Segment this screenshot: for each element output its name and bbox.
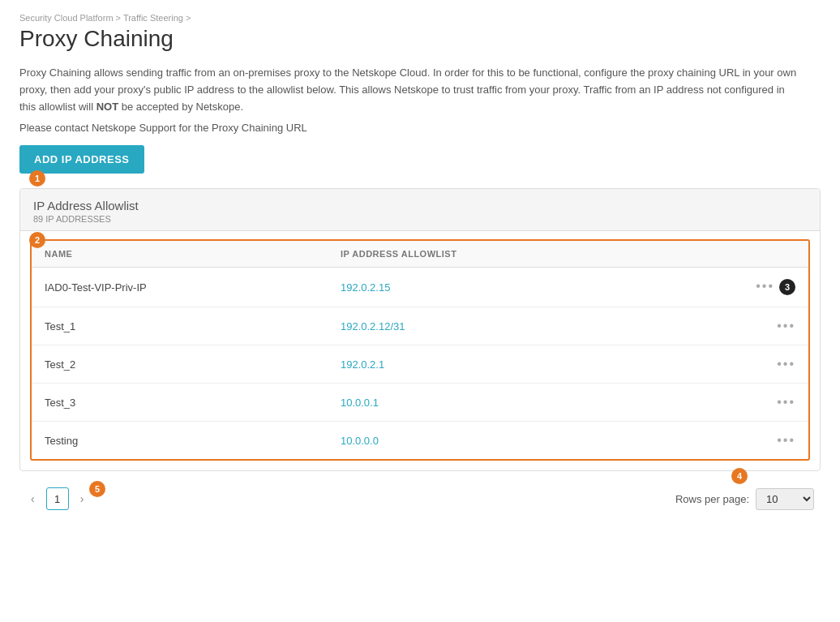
inner-table-wrapper: NAME IP ADDRESS ALLOWLIST IAD0-Test-VIP-… xyxy=(30,239,810,461)
annotation-1: 1 xyxy=(29,170,45,187)
cell-ip: 10.0.0.1 xyxy=(328,384,657,422)
more-actions-icon[interactable]: ••• xyxy=(756,280,774,294)
contact-line: Please contact Netskope Support for the … xyxy=(19,122,821,134)
prev-page-button[interactable]: ‹ xyxy=(26,489,40,508)
cell-name: Testing xyxy=(32,422,328,460)
table-row: Test_2192.0.2.1••• xyxy=(32,345,808,384)
ip-allowlist-table-container: IP Address Allowlist 89 IP ADDRESSES NAM… xyxy=(19,188,821,471)
cell-actions[interactable]: ••• xyxy=(657,345,808,384)
rows-per-page-section: Rows per page: 102550100 xyxy=(675,488,814,510)
table-body: IAD0-Test-VIP-Priv-IP192.0.2.15•••3Test_… xyxy=(32,268,808,460)
col-header-name: NAME xyxy=(32,241,328,268)
rows-per-page-select[interactable]: 102550100 xyxy=(756,488,814,510)
cell-ip: 10.0.0.0 xyxy=(328,422,657,460)
cell-actions[interactable]: ••• xyxy=(657,307,808,345)
annotation-2: 2 xyxy=(29,232,45,248)
cell-actions[interactable]: •••3 xyxy=(657,268,808,307)
pagination-row: ‹ 1 › Rows per page: 102550100 xyxy=(19,484,821,513)
annotation-4: 4 xyxy=(731,468,748,484)
col-header-ip: IP ADDRESS ALLOWLIST xyxy=(328,241,657,268)
table-row: IAD0-Test-VIP-Priv-IP192.0.2.15•••3 xyxy=(32,268,808,307)
table-header-section: IP Address Allowlist 89 IP ADDRESSES xyxy=(20,189,820,231)
cell-name: Test_2 xyxy=(32,345,328,384)
col-header-actions xyxy=(657,241,808,268)
annotation-3: 3 xyxy=(779,279,795,295)
cell-name: Test_3 xyxy=(32,384,328,422)
cell-ip: 192.0.2.12/31 xyxy=(328,307,657,345)
table-count: 89 IP ADDRESSES xyxy=(33,214,807,224)
page-nav: ‹ 1 › xyxy=(26,487,88,510)
table-row: Testing10.0.0.0••• xyxy=(32,422,808,460)
more-actions-icon[interactable]: ••• xyxy=(777,319,795,332)
cell-ip: 192.0.2.1 xyxy=(328,345,657,384)
cell-name: IAD0-Test-VIP-Priv-IP xyxy=(32,268,328,307)
ip-table: NAME IP ADDRESS ALLOWLIST IAD0-Test-VIP-… xyxy=(32,241,808,459)
more-actions-icon[interactable]: ••• xyxy=(777,433,795,447)
breadcrumb: Security Cloud Platform > Traffic Steeri… xyxy=(19,13,821,23)
cell-ip: 192.0.2.15 xyxy=(328,268,657,307)
cell-name: Test_1 xyxy=(32,307,328,345)
current-page-indicator: 1 xyxy=(46,487,69,510)
table-section-title: IP Address Allowlist xyxy=(33,199,807,212)
table-row: Test_310.0.0.1••• xyxy=(32,384,808,422)
page-title: Proxy Chaining xyxy=(19,26,821,52)
description: Proxy Chaining allows sending traffic fr… xyxy=(19,65,798,115)
table-row: Test_1192.0.2.12/31••• xyxy=(32,307,808,345)
more-actions-icon[interactable]: ••• xyxy=(777,395,795,409)
table-header-row: NAME IP ADDRESS ALLOWLIST xyxy=(32,241,808,268)
cell-actions[interactable]: ••• xyxy=(657,422,808,460)
next-page-button[interactable]: › xyxy=(75,489,89,508)
page-wrapper: Security Cloud Platform > Traffic Steeri… xyxy=(19,13,821,513)
rows-per-page-label: Rows per page: xyxy=(675,493,749,505)
cell-actions[interactable]: ••• xyxy=(657,384,808,422)
more-actions-icon[interactable]: ••• xyxy=(777,357,795,371)
